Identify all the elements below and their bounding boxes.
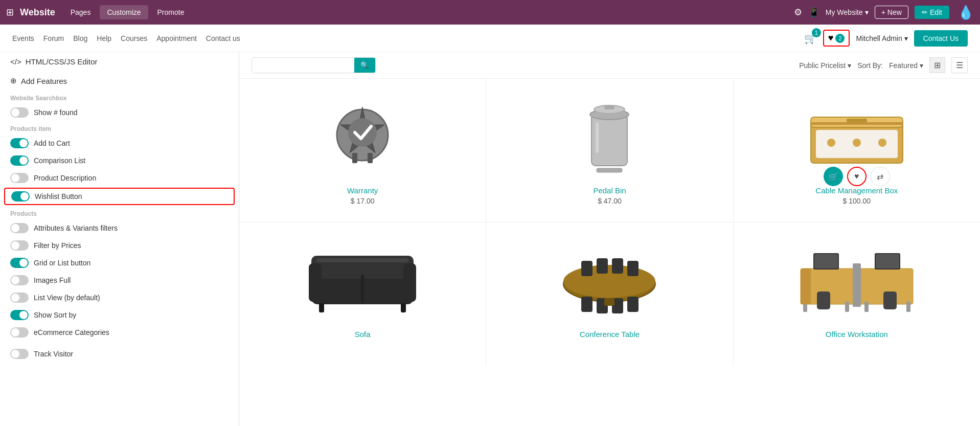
apps-icon[interactable]: ⊞	[6, 7, 14, 18]
toggle-show-sort-by[interactable]	[10, 310, 29, 320]
product-grid: Warranty $ 17.00	[239, 79, 980, 366]
sidebar-html-editor[interactable]: </> HTML/CSS/JS Editor	[0, 52, 239, 71]
my-website-dropdown[interactable]: My Website ▾	[826, 8, 869, 16]
odoo-logo: 💧	[958, 5, 974, 20]
search-box: 🔍	[252, 57, 376, 73]
nav-courses[interactable]: Courses	[121, 34, 147, 42]
toggle-list-view[interactable]	[10, 293, 29, 303]
product-image-pedal-bin	[496, 89, 722, 181]
plus-icon: +	[881, 8, 885, 16]
new-button[interactable]: + New	[875, 6, 908, 19]
toggle-images-full[interactable]	[10, 275, 29, 285]
product-card-cable-box: 🛒 ♥ ⇄ Cable Management Box $ 100.00	[734, 79, 980, 222]
product-card-conference-table: Conference Table	[486, 222, 733, 366]
wishlist-btn-cable-box[interactable]: ♥	[847, 167, 867, 186]
toggle-ecommerce-categories[interactable]	[10, 327, 29, 338]
website-brand-label: Website	[20, 7, 55, 18]
svg-point-17	[853, 139, 861, 147]
product-name-conference-table[interactable]: Conference Table	[580, 330, 640, 339]
cart-badge: 1	[812, 28, 821, 37]
sort-by-dropdown[interactable]: Featured ▾	[889, 61, 923, 70]
svg-rect-26	[316, 258, 408, 262]
show-sort-by-label: Show Sort by	[34, 311, 229, 319]
conference-table-image	[548, 238, 671, 320]
settings-icon[interactable]: ⚙	[794, 7, 802, 18]
toggle-row-filter-by-prices: Filter by Prices	[0, 237, 239, 254]
toggle-comparison-list[interactable]	[10, 155, 29, 166]
toggle-product-description[interactable]	[10, 173, 29, 183]
sidebar-add-features[interactable]: ⊕ Add Features	[0, 71, 239, 91]
workstation-image	[795, 238, 918, 320]
toggle-filter-by-prices[interactable]	[10, 240, 29, 251]
svg-rect-24	[319, 303, 324, 312]
code-icon: </>	[10, 57, 21, 66]
product-description-label: Product Description	[34, 174, 229, 182]
search-input[interactable]	[252, 58, 354, 73]
product-name-cable-box[interactable]: Cable Management Box	[815, 186, 898, 195]
nav-events[interactable]: Events	[12, 34, 34, 42]
svg-rect-29	[581, 261, 592, 276]
add-to-cart-btn-cable-box[interactable]: 🛒	[824, 167, 843, 186]
cable-box-image	[806, 102, 908, 168]
toggle-row-show-sort-by: Show Sort by	[0, 306, 239, 324]
section-label-products-item: Products item	[0, 121, 239, 134]
list-view-button[interactable]: ☰	[951, 57, 968, 73]
edit-button[interactable]: ✏ Edit	[915, 6, 949, 19]
svg-rect-36	[627, 297, 639, 312]
wishlist-icon-wrap[interactable]: ♥ 2	[823, 30, 850, 47]
product-card-pedal-bin: Pedal Bin $ 47.00	[486, 79, 733, 222]
toggle-row-product-description: Product Description	[0, 169, 239, 187]
svg-rect-4	[368, 153, 373, 163]
compare-btn-cable-box[interactable]: ⇄	[871, 167, 890, 186]
user-label: Mitchell Admin	[856, 34, 902, 42]
svg-rect-14	[811, 122, 903, 125]
warranty-badge-image	[329, 102, 396, 168]
search-button[interactable]: 🔍	[354, 58, 375, 73]
top-navigation: ⊞ Website Pages Customize Promote ⚙ 📱 My…	[0, 0, 980, 25]
user-dropdown[interactable]: Mitchell Admin ▾	[856, 34, 907, 42]
toggle-row-wishlist-button-highlighted: Wishlist Button	[4, 188, 235, 205]
svg-rect-40	[853, 263, 861, 307]
toggle-row-show-found: Show # found	[0, 104, 239, 121]
nav-help[interactable]: Help	[97, 34, 111, 42]
svg-rect-10	[596, 122, 599, 153]
chevron-down-icon: ▾	[920, 61, 923, 70]
svg-rect-22	[403, 263, 416, 302]
nav-blog[interactable]: Blog	[73, 34, 87, 42]
nav-forum[interactable]: Forum	[43, 34, 64, 42]
nav-promote[interactable]: Promote	[150, 5, 192, 19]
add-features-label: Add Features	[21, 77, 67, 85]
html-editor-label: HTML/CSS/JS Editor	[26, 57, 98, 66]
contact-us-button[interactable]: Contact Us	[914, 30, 968, 47]
toggle-show-found[interactable]	[10, 107, 29, 118]
product-price-pedal-bin: $ 47.00	[598, 197, 622, 205]
toggle-wishlist-button[interactable]	[11, 191, 30, 201]
product-name-warranty[interactable]: Warranty	[347, 186, 378, 195]
nav-pages[interactable]: Pages	[63, 5, 98, 19]
product-image-workstation	[744, 233, 970, 325]
svg-rect-30	[597, 258, 608, 274]
product-name-workstation[interactable]: Office Workstation	[826, 330, 888, 339]
filter-by-prices-label: Filter by Prices	[34, 241, 229, 250]
nav-contact-us[interactable]: Contact us	[206, 34, 240, 42]
product-name-pedal-bin[interactable]: Pedal Bin	[593, 186, 626, 195]
product-name-sofa[interactable]: Sofa	[355, 330, 371, 339]
toggle-track-visitor[interactable]	[10, 349, 29, 359]
images-full-label: Images Full	[34, 276, 229, 284]
mobile-preview-icon[interactable]: 📱	[808, 7, 819, 18]
cart-icon-wrap[interactable]: 🛒 1	[804, 32, 817, 44]
toggle-add-to-cart[interactable]	[10, 138, 29, 148]
grid-view-button[interactable]: ⊞	[929, 57, 945, 73]
toggle-row-images-full: Images Full	[0, 272, 239, 289]
product-area: 🔍 Public Pricelist ▾ Sort By: Featured ▾…	[239, 52, 980, 426]
chevron-down-icon: ▾	[865, 8, 869, 16]
pricelist-dropdown[interactable]: Public Pricelist ▾	[799, 61, 851, 70]
site-header-right: 🛒 1 ♥ 2 Mitchell Admin ▾ Contact Us	[804, 30, 968, 47]
product-price-cable-box: $ 100.00	[843, 197, 871, 205]
toggle-attributes-variants[interactable]	[10, 223, 29, 233]
svg-rect-50	[906, 302, 910, 312]
nav-appointment[interactable]: Appointment	[156, 34, 197, 42]
toggle-grid-list-button[interactable]	[10, 258, 29, 268]
product-card-sofa: Sofa	[239, 222, 486, 366]
nav-customize[interactable]: Customize	[100, 5, 148, 19]
